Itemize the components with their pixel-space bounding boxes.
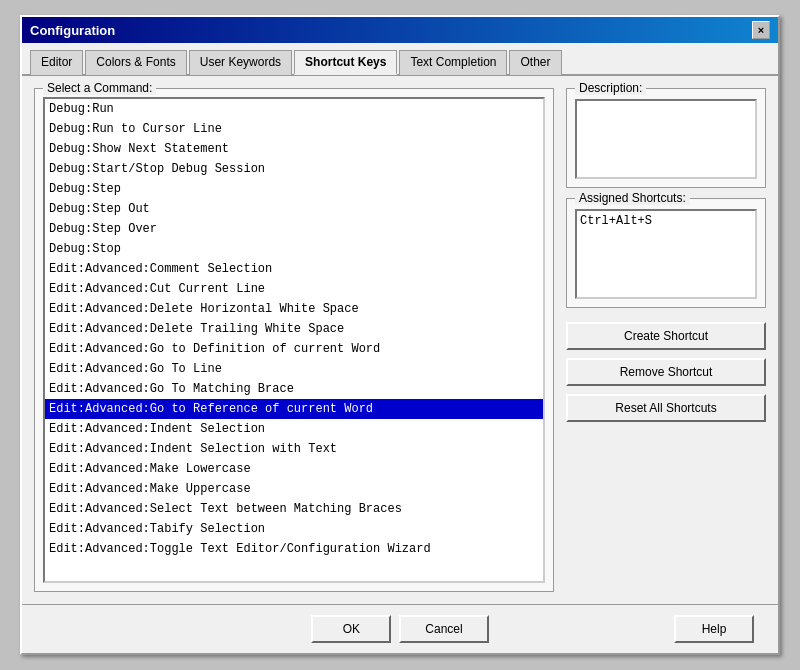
footer-wrapper: OK Cancel Help <box>34 615 766 643</box>
list-item[interactable]: Edit:Advanced:Go To Line <box>45 359 543 379</box>
tab-text-completion[interactable]: Text Completion <box>399 50 507 75</box>
footer: OK Cancel Help <box>22 604 778 653</box>
list-item[interactable]: Debug:Run <box>45 99 543 119</box>
list-item[interactable]: Debug:Step Out <box>45 199 543 219</box>
list-item[interactable]: Edit:Advanced:Go to Reference of current… <box>45 399 543 419</box>
list-item[interactable]: Debug:Step <box>45 179 543 199</box>
list-item[interactable]: Edit:Advanced:Comment Selection <box>45 259 543 279</box>
list-item[interactable]: Edit:Advanced:Select Text between Matchi… <box>45 499 543 519</box>
list-item[interactable]: Edit:Advanced:Make Lowercase <box>45 459 543 479</box>
ok-button[interactable]: OK <box>311 615 391 643</box>
shortcuts-label: Assigned Shortcuts: <box>575 191 690 205</box>
shortcut-value: Ctrl+Alt+S <box>580 214 652 228</box>
list-item[interactable]: Edit:Advanced:Go to Definition of curren… <box>45 339 543 359</box>
shortcuts-group: Assigned Shortcuts: Ctrl+Alt+S <box>566 198 766 308</box>
tab-user-keywords[interactable]: User Keywords <box>189 50 292 75</box>
command-listbox[interactable]: Debug:RunDebug:Run to Cursor LineDebug:S… <box>43 97 545 583</box>
tab-shortcut-keys[interactable]: Shortcut Keys <box>294 50 397 75</box>
cancel-button[interactable]: Cancel <box>399 615 488 643</box>
list-item[interactable]: Edit:Advanced:Indent Selection with Text <box>45 439 543 459</box>
list-item[interactable]: Debug:Run to Cursor Line <box>45 119 543 139</box>
list-item[interactable]: Edit:Advanced:Delete Trailing White Spac… <box>45 319 543 339</box>
description-box <box>575 99 757 179</box>
help-button[interactable]: Help <box>674 615 754 643</box>
remove-shortcut-button[interactable]: Remove Shortcut <box>566 358 766 386</box>
list-item[interactable]: Debug:Show Next Statement <box>45 139 543 159</box>
list-item[interactable]: Edit:Advanced:Tabify Selection <box>45 519 543 539</box>
tabs-bar: EditorColors & FontsUser KeywordsShortcu… <box>22 43 778 76</box>
main-content: Select a Command: Debug:RunDebug:Run to … <box>22 76 778 604</box>
title-bar: Configuration × <box>22 17 778 43</box>
list-item[interactable]: Debug:Start/Stop Debug Session <box>45 159 543 179</box>
right-panel: Description: Assigned Shortcuts: Ctrl+Al… <box>566 88 766 592</box>
shortcuts-box: Ctrl+Alt+S <box>575 209 757 299</box>
list-item[interactable]: Edit:Advanced:Indent Selection <box>45 419 543 439</box>
list-item[interactable]: Edit:Advanced:Delete Horizontal White Sp… <box>45 299 543 319</box>
list-item[interactable]: Edit:Advanced:Cut Current Line <box>45 279 543 299</box>
tab-editor[interactable]: Editor <box>30 50 83 75</box>
create-shortcut-button[interactable]: Create Shortcut <box>566 322 766 350</box>
tab-colors---fonts[interactable]: Colors & Fonts <box>85 50 186 75</box>
list-item[interactable]: Edit:Advanced:Toggle Text Editor/Configu… <box>45 539 543 559</box>
list-item[interactable]: Edit:Advanced:Make Uppercase <box>45 479 543 499</box>
configuration-dialog: Configuration × EditorColors & FontsUser… <box>20 15 780 655</box>
description-group: Description: <box>566 88 766 188</box>
list-item[interactable]: Debug:Step Over <box>45 219 543 239</box>
left-panel: Select a Command: Debug:RunDebug:Run to … <box>34 88 554 592</box>
dialog-title: Configuration <box>30 23 115 38</box>
reset-shortcuts-button[interactable]: Reset All Shortcuts <box>566 394 766 422</box>
close-button[interactable]: × <box>752 21 770 39</box>
description-label: Description: <box>575 81 646 95</box>
list-item[interactable]: Debug:Stop <box>45 239 543 259</box>
tab-other[interactable]: Other <box>509 50 561 75</box>
list-item[interactable]: Edit:Advanced:Go To Matching Brace <box>45 379 543 399</box>
shortcut-buttons: Create Shortcut Remove Shortcut Reset Al… <box>566 322 766 422</box>
select-command-label: Select a Command: <box>43 81 156 95</box>
